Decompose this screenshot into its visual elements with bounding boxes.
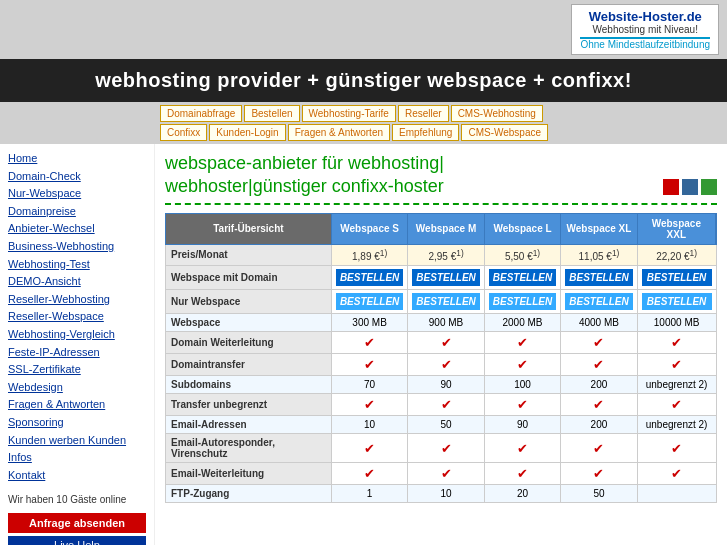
table-cell-7-2: ✔ xyxy=(484,394,560,416)
sidebar: HomeDomain-CheckNur-WebspaceDomainpreise… xyxy=(0,144,155,545)
sidebar-link-7[interactable]: DEMO-Ansicht xyxy=(8,273,146,291)
table-cell-0-1: 2,95 €1) xyxy=(408,244,484,265)
table-row-5: Domaintransfer✔✔✔✔✔ xyxy=(166,354,717,376)
table-cell-7-1: ✔ xyxy=(408,394,484,416)
row-label-4: Domain Weiterleitung xyxy=(166,332,332,354)
table-cell-9-1: ✔ xyxy=(408,434,484,463)
sidebar-link-2[interactable]: Nur-Webspace xyxy=(8,185,146,203)
table-cell-4-3: ✔ xyxy=(561,332,637,354)
table-cell-5-2: ✔ xyxy=(484,354,560,376)
table-cell-3-2: 2000 MB xyxy=(484,314,560,332)
sidebar-link-6[interactable]: Webhosting-Test xyxy=(8,256,146,274)
sidebar-link-1[interactable]: Domain-Check xyxy=(8,168,146,186)
bestellen-alt-btn-2-2[interactable]: BESTELLEN xyxy=(489,293,556,310)
table-cell-6-2: 100 xyxy=(484,376,560,394)
bestellen-alt-btn-2-3[interactable]: BESTELLEN xyxy=(565,293,632,310)
table-row-11: FTP-Zugang1102050 xyxy=(166,485,717,503)
table-cell-8-2: 90 xyxy=(484,416,560,434)
row-label-11: FTP-Zugang xyxy=(166,485,332,503)
print-icon[interactable] xyxy=(682,179,698,195)
sidebar-link-17[interactable]: Infos xyxy=(8,449,146,467)
sidebar-link-18[interactable]: Kontakt xyxy=(8,467,146,485)
main-layout: HomeDomain-CheckNur-WebspaceDomainpreise… xyxy=(0,144,727,545)
sidebar-link-8[interactable]: Reseller-Webhosting xyxy=(8,291,146,309)
table-cell-11-4 xyxy=(637,485,716,503)
table-header-4: Webspace XL xyxy=(561,213,637,244)
sidebar-link-0[interactable]: Home xyxy=(8,150,146,168)
nav-tab-reseller[interactable]: Reseller xyxy=(398,105,449,122)
nav-tab-confixx[interactable]: Confixx xyxy=(160,124,207,141)
sidebar-link-12[interactable]: SSL-Zertifikate xyxy=(8,361,146,379)
content-title: webspace-anbieter für webhosting|webhost… xyxy=(165,152,717,205)
table-cell-10-3: ✔ xyxy=(561,463,637,485)
nav-tab-webhosting-tarife[interactable]: Webhosting-Tarife xyxy=(302,105,396,122)
pdf-icon[interactable] xyxy=(663,179,679,195)
row-label-3: Webspace xyxy=(166,314,332,332)
nav-tab-kunden-login[interactable]: Kunden-Login xyxy=(209,124,285,141)
row-label-8: Email-Adressen xyxy=(166,416,332,434)
bestellen-alt-btn-2-0[interactable]: BESTELLEN xyxy=(336,293,403,310)
sidebar-online-count: Wir haben 10 Gäste online xyxy=(8,494,146,505)
table-cell-7-0: ✔ xyxy=(331,394,407,416)
nav-tab-bestellen[interactable]: Bestellen xyxy=(244,105,299,122)
bestellen-btn-1-3[interactable]: BESTELLEN xyxy=(565,269,632,286)
table-cell-8-1: 50 xyxy=(408,416,484,434)
nav-tab-cms-webspace[interactable]: CMS-Webspace xyxy=(461,124,548,141)
sidebar-link-5[interactable]: Business-Webhosting xyxy=(8,238,146,256)
nav-tab-cms-webhosting[interactable]: CMS-Webhosting xyxy=(451,105,543,122)
bestellen-btn-1-4[interactable]: BESTELLEN xyxy=(642,269,712,286)
row-label-5: Domaintransfer xyxy=(166,354,332,376)
table-cell-0-4: 22,20 €1) xyxy=(637,244,716,265)
header-text: webhosting provider + günstiger webspace… xyxy=(95,69,632,91)
bestellen-btn-1-0[interactable]: BESTELLEN xyxy=(336,269,403,286)
table-cell-0-2: 5,50 €1) xyxy=(484,244,560,265)
sidebar-link-15[interactable]: Sponsoring xyxy=(8,414,146,432)
bestellen-alt-btn-2-1[interactable]: BESTELLEN xyxy=(412,293,479,310)
nav-tabs: DomainabfrageBestellenWebhosting-TarifeR… xyxy=(0,102,727,144)
table-cell-3-4: 10000 MB xyxy=(637,314,716,332)
nav-tab-domainabfrage[interactable]: Domainabfrage xyxy=(160,105,242,122)
table-cell-1-4: BESTELLEN xyxy=(637,266,716,290)
table-cell-9-3: ✔ xyxy=(561,434,637,463)
sidebar-link-4[interactable]: Anbieter-Wechsel xyxy=(8,220,146,238)
nav-tab-fragen---antworten[interactable]: Fragen & Antworten xyxy=(288,124,390,141)
pricing-table-wrapper: Tarif-ÜbersichtWebspace SWebspace MWebsp… xyxy=(165,213,717,503)
bestellen-alt-btn-2-4[interactable]: BESTELLEN xyxy=(642,293,712,310)
logo-sub: Webhosting mit Niveau! xyxy=(580,24,710,35)
email-icon[interactable] xyxy=(701,179,717,195)
table-cell-1-2: BESTELLEN xyxy=(484,266,560,290)
sidebar-link-14[interactable]: Fragen & Antworten xyxy=(8,396,146,414)
table-cell-6-4: unbegrenzt 2) xyxy=(637,376,716,394)
table-cell-4-4: ✔ xyxy=(637,332,716,354)
anfrage-button[interactable]: Anfrage absenden xyxy=(8,513,146,533)
table-cell-3-1: 900 MB xyxy=(408,314,484,332)
sidebar-link-16[interactable]: Kunden werben Kunden xyxy=(8,432,146,450)
nav-tab-empfehlung[interactable]: Empfehlung xyxy=(392,124,459,141)
table-cell-6-0: 70 xyxy=(331,376,407,394)
table-cell-11-2: 20 xyxy=(484,485,560,503)
table-header-0: Tarif-Übersicht xyxy=(166,213,332,244)
bestellen-btn-1-2[interactable]: BESTELLEN xyxy=(489,269,556,286)
sidebar-link-3[interactable]: Domainpreise xyxy=(8,203,146,221)
table-row-8: Email-Adressen105090200unbegrenzt 2) xyxy=(166,416,717,434)
table-cell-11-0: 1 xyxy=(331,485,407,503)
sidebar-link-10[interactable]: Webhosting-Vergleich xyxy=(8,326,146,344)
table-row-0: Preis/Monat1,89 €1)2,95 €1)5,50 €1)11,05… xyxy=(166,244,717,265)
table-cell-3-0: 300 MB xyxy=(331,314,407,332)
table-cell-2-3: BESTELLEN xyxy=(561,290,637,314)
sidebar-link-9[interactable]: Reseller-Webspace xyxy=(8,308,146,326)
sidebar-link-11[interactable]: Feste-IP-Adressen xyxy=(8,344,146,362)
table-cell-3-3: 4000 MB xyxy=(561,314,637,332)
table-cell-1-3: BESTELLEN xyxy=(561,266,637,290)
sidebar-link-13[interactable]: Webdesign xyxy=(8,379,146,397)
table-cell-9-0: ✔ xyxy=(331,434,407,463)
table-cell-2-1: BESTELLEN xyxy=(408,290,484,314)
table-cell-4-2: ✔ xyxy=(484,332,560,354)
table-cell-5-4: ✔ xyxy=(637,354,716,376)
live-help-button[interactable]: Live Help xyxy=(8,536,146,545)
table-row-1: Webspace mit DomainBESTELLENBESTELLENBES… xyxy=(166,266,717,290)
table-cell-4-0: ✔ xyxy=(331,332,407,354)
bestellen-btn-1-1[interactable]: BESTELLEN xyxy=(412,269,479,286)
table-cell-8-4: unbegrenzt 2) xyxy=(637,416,716,434)
table-row-7: Transfer unbegrenzt✔✔✔✔✔ xyxy=(166,394,717,416)
